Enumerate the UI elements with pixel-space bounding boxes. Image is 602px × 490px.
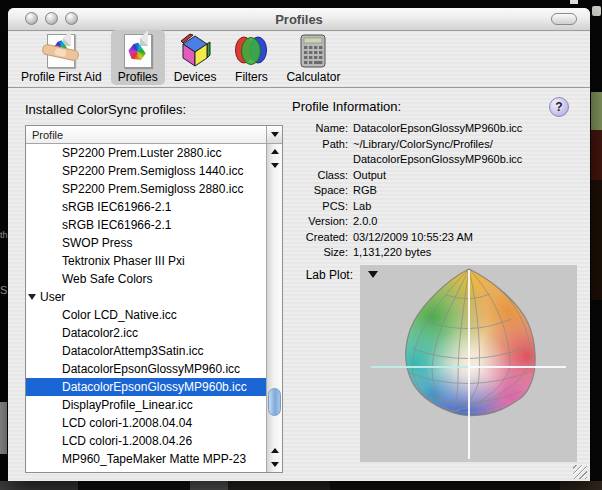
- desktop-scrap: [190, 481, 228, 490]
- profile-info-grid: Name: DatacolorEpsonGlossyMP960b.icc Pat…: [284, 121, 584, 261]
- profile-information-heading: Profile Information:: [292, 99, 401, 114]
- profile-list-row[interactable]: LCD colori-1.2008.04.04: [26, 414, 266, 432]
- lab-plot-disclosure-button[interactable]: [368, 271, 378, 278]
- info-field-value: 1,131,220 bytes: [353, 245, 431, 261]
- lab-plot-gamut[interactable]: [360, 265, 577, 462]
- profile-list-row[interactable]: DatacolorAttemp3Satin.icc: [26, 342, 266, 360]
- profile-list-row[interactable]: MP960_TapeMaker Satin 520-07: [26, 468, 266, 472]
- desktop-text-fragment: S: [0, 286, 7, 295]
- profile-list-row[interactable]: Datacolor2.icc: [26, 324, 266, 342]
- profile-list-row[interactable]: Tektronix Phaser III Pxi: [26, 252, 266, 270]
- toolbar-item-label: Devices: [174, 70, 217, 84]
- resize-grip[interactable]: [573, 465, 587, 479]
- scroll-up-button[interactable]: [267, 443, 282, 457]
- screen: { "window": { "title": "Profiles" }, "to…: [0, 0, 602, 490]
- toolbar-item-profiles[interactable]: Profiles: [111, 30, 165, 85]
- profile-name-label: Web Safe Colors: [62, 272, 153, 286]
- desktop-scrap: [591, 92, 602, 130]
- desktop-scrap: [78, 481, 190, 490]
- profile-list-row[interactable]: Web Safe Colors: [26, 270, 266, 288]
- vertical-scrollbar[interactable]: [266, 144, 282, 472]
- devices-cube-icon: [177, 33, 213, 69]
- info-field-label: Size:: [284, 245, 348, 261]
- info-field-row: Path: ~/Library/ColorSync/Profiles/ Data…: [284, 137, 584, 168]
- profile-name-label: DatacolorAttemp3Satin.icc: [62, 344, 203, 358]
- desktop-scrap: [591, 180, 602, 300]
- info-field-label: Path:: [284, 137, 348, 168]
- page-fold: [140, 30, 148, 46]
- toolbar-item-calculator[interactable]: Calculator: [279, 30, 347, 85]
- desktop-scrap: [228, 481, 330, 490]
- profile-name-label: Color LCD_Native.icc: [62, 308, 177, 322]
- info-field-label: Created:: [284, 230, 348, 246]
- window-title: Profiles: [8, 12, 590, 27]
- scroll-down-button[interactable]: [267, 457, 282, 471]
- toolbar-item-label: Profile First Aid: [21, 70, 102, 84]
- arrow-up-icon: [271, 149, 279, 154]
- desktop-scrap: [0, 402, 7, 454]
- info-field-row: PCS: Lab: [284, 199, 584, 215]
- toolbar-item-devices[interactable]: Devices: [167, 30, 224, 85]
- profile-list-row[interactable]: LCD colori-1.2008.04.26: [26, 432, 266, 450]
- profile-list-row[interactable]: DisplayProfile_Linear.icc: [26, 396, 266, 414]
- profile-list: Profile SP2200 Prem.Luster 2880.icc SP22…: [25, 125, 283, 473]
- profile-name-label: DatacolorEpsonGlossyMP960.icc: [62, 362, 240, 376]
- lab-plot-label: Lab Plot:: [284, 268, 353, 282]
- profile-list-row[interactable]: Color LCD_Native.icc: [26, 306, 266, 324]
- profile-list-row[interactable]: SP2200 Prem.Semigloss 2880.icc: [26, 180, 266, 198]
- info-field-row: Space: RGB: [284, 183, 584, 199]
- info-field-value: 03/12/2009 10:55:23 AM: [353, 230, 473, 246]
- profile-list-row[interactable]: sRGB IEC61966-2.1: [26, 198, 266, 216]
- profile-list-row[interactable]: SWOP Press: [26, 234, 266, 252]
- info-field-value: Lab: [353, 199, 371, 215]
- lab-plot-panel[interactable]: [360, 265, 577, 462]
- scrollbar-thumb[interactable]: [268, 388, 281, 416]
- profile-column-header: Profile: [32, 129, 63, 141]
- column-options-button[interactable]: [266, 126, 282, 143]
- toolbar-item-label: Profiles: [118, 70, 158, 84]
- scroll-up-button[interactable]: [267, 144, 282, 158]
- scroll-down-button[interactable]: [267, 158, 282, 172]
- profile-name-label: sRGB IEC61966-2.1: [62, 200, 171, 214]
- disclosure-triangle-icon[interactable]: [28, 294, 36, 300]
- info-field-label: Version:: [284, 214, 348, 230]
- desktop-scrap: [0, 481, 78, 490]
- profile-list-row[interactable]: SP2200 Prem.Semigloss 1440.icc: [26, 162, 266, 180]
- desktop-scrap: [560, 481, 602, 490]
- profile-list-row[interactable]: DatacolorEpsonGlossyMP960.icc: [26, 360, 266, 378]
- toolbar: Profile First Aid Profiles: [8, 31, 590, 88]
- info-field-row: Version: 2.0.0: [284, 214, 584, 230]
- profile-list-row[interactable]: SP2200 Prem.Luster 2880.icc: [26, 144, 266, 162]
- profile-list-row[interactable]: DatacolorEpsonGlossyMP960b.icc: [26, 378, 266, 396]
- bandaid-icon: [42, 43, 80, 61]
- info-field-label: PCS:: [284, 199, 348, 215]
- info-field-label: Class:: [284, 168, 348, 184]
- info-field-row: Created: 03/12/2009 10:55:23 AM: [284, 230, 584, 246]
- profile-name-label: Datacolor2.icc: [62, 326, 138, 340]
- profile-list-row[interactable]: MP960_TapeMaker Matte MPP-23: [26, 450, 266, 468]
- page-fold: [63, 30, 71, 46]
- help-button[interactable]: ?: [549, 97, 569, 117]
- info-field-value: DatacolorEpsonGlossyMP960b.icc: [353, 121, 522, 137]
- info-field-row: Name: DatacolorEpsonGlossyMP960b.icc: [284, 121, 584, 137]
- arrow-down-icon: [271, 462, 279, 467]
- desktop-scrap: [330, 481, 560, 490]
- profile-name-label: MP960_TapeMaker Satin 520-07: [62, 470, 237, 472]
- desktop-text-fragment: th: [0, 231, 8, 240]
- profile-name-label: MP960_TapeMaker Matte MPP-23: [62, 452, 246, 466]
- profile-list-header[interactable]: Profile: [26, 126, 282, 144]
- desktop-scrap: [592, 6, 601, 16]
- profile-list-body: SP2200 Prem.Luster 2880.icc SP2200 Prem.…: [26, 144, 266, 472]
- profile-first-aid-icon: [47, 33, 75, 69]
- toolbar-item-filters[interactable]: Filters: [225, 30, 277, 85]
- toolbar-toggle-pill[interactable]: [551, 13, 577, 25]
- installed-profiles-heading: Installed ColorSync profiles:: [25, 102, 186, 117]
- info-field-label: Name:: [284, 121, 348, 137]
- info-field-value: RGB: [353, 183, 377, 199]
- info-field-value: Output: [353, 168, 386, 184]
- profile-list-row[interactable]: User: [26, 288, 266, 306]
- info-field-row: Size: 1,131,220 bytes: [284, 245, 584, 261]
- profile-list-row[interactable]: sRGB IEC61966-2.1: [26, 216, 266, 234]
- titlebar[interactable]: Profiles: [8, 8, 590, 31]
- toolbar-item-profile-first-aid[interactable]: Profile First Aid: [14, 30, 109, 85]
